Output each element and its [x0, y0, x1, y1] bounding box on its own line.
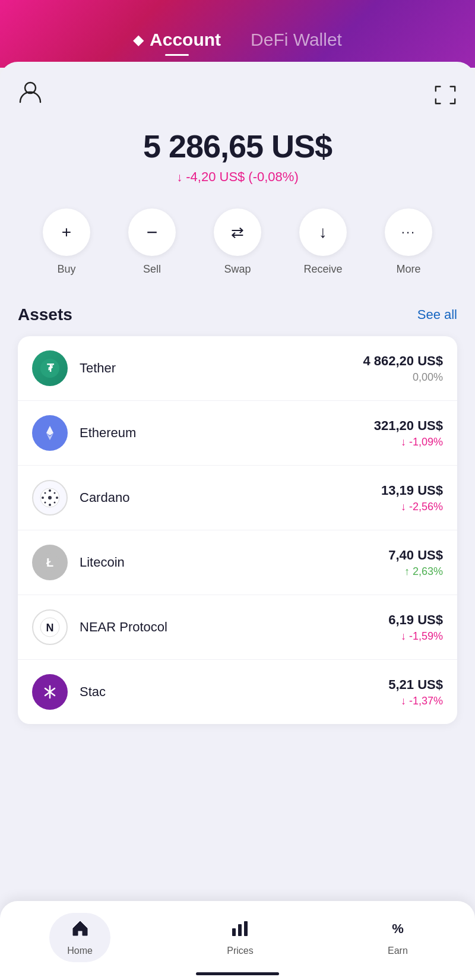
svg-point-14: [54, 502, 56, 504]
svg-rect-24: [232, 928, 236, 936]
action-buttons: + Buy − Sell ⇄ Swap ↓ Receive ··· M: [18, 208, 457, 276]
balance-change: ↓ -4,20 US$ (-0,08%): [18, 169, 457, 185]
earn-label: Earn: [388, 946, 408, 956]
swap-label: Swap: [224, 263, 251, 276]
asset-item-near[interactable]: Ν NEAR Protocol 6,19 US$ ↓ -1,59%: [18, 595, 457, 660]
litecoin-change: ↑ 2,63%: [388, 565, 443, 578]
receive-icon: ↓: [319, 223, 327, 242]
ethereum-icon: [32, 415, 68, 451]
nav-prices[interactable]: Prices: [209, 913, 271, 962]
more-label: More: [396, 263, 420, 276]
swap-button[interactable]: ⇄ Swap: [214, 208, 261, 276]
buy-label: Buy: [57, 263, 75, 276]
litecoin-value: 7,40 US$: [388, 548, 443, 563]
asset-item-ethereum[interactable]: Ethereum 321,20 US$ ↓ -1,09%: [18, 401, 457, 466]
assets-section: Assets See all ₮ Tether 4 862,20 US$ 0,0…: [18, 305, 457, 724]
asset-item-tether[interactable]: ₮ Tether 4 862,20 US$ 0,00%: [18, 336, 457, 401]
swap-icon: ⇄: [231, 223, 244, 242]
asset-item-litecoin[interactable]: Ł Litecoin 7,40 US$ ↑ 2,63%: [18, 530, 457, 595]
svg-point-11: [45, 492, 46, 494]
svg-text:%: %: [392, 921, 404, 936]
cardano-change-arrow: ↓: [401, 501, 409, 513]
nav-home[interactable]: Home: [49, 913, 110, 962]
svg-point-15: [48, 496, 52, 500]
stac-icon: [32, 674, 68, 710]
swap-icon-circle: ⇄: [214, 208, 261, 256]
more-button[interactable]: ··· More: [385, 208, 432, 276]
ethereum-value: 321,20 US$: [374, 418, 443, 434]
scan-icon[interactable]: [433, 83, 457, 107]
near-value: 6,19 US$: [388, 612, 443, 628]
asset-item-stac[interactable]: Stac 5,21 US$ ↓ -1,37%: [18, 660, 457, 724]
tether-icon: ₮: [32, 350, 68, 386]
tether-value: 4 862,20 US$: [363, 353, 443, 369]
svg-point-7: [49, 489, 51, 492]
cardano-icon: [32, 480, 68, 516]
sell-icon-circle: −: [128, 208, 176, 256]
account-tab-label: Account: [150, 30, 221, 50]
ethereum-value-section: 321,20 US$ ↓ -1,09%: [374, 418, 443, 448]
ethereum-change-arrow: ↓: [401, 436, 409, 448]
cardano-name: Cardano: [80, 490, 381, 505]
change-pct: (-0,08%): [248, 169, 298, 185]
near-value-section: 6,19 US$ ↓ -1,59%: [388, 612, 443, 643]
buy-button[interactable]: + Buy: [43, 208, 90, 276]
balance-amount: 5 286,65 US$: [18, 128, 457, 165]
buy-icon: +: [62, 223, 71, 242]
sell-label: Sell: [143, 263, 161, 276]
home-label: Home: [67, 946, 93, 956]
cardano-change: ↓ -2,56%: [381, 501, 443, 513]
svg-text:Ν: Ν: [46, 622, 54, 634]
litecoin-icon: Ł: [32, 545, 68, 580]
user-icon[interactable]: [18, 80, 43, 110]
ethereum-change: ↓ -1,09%: [374, 436, 443, 448]
prices-icon: [230, 919, 249, 942]
near-name: NEAR Protocol: [80, 619, 388, 635]
prices-label: Prices: [227, 946, 253, 956]
svg-text:Ł: Ł: [46, 556, 53, 569]
stac-value: 5,21 US$: [388, 677, 443, 693]
asset-item-cardano[interactable]: Cardano 13,19 US$ ↓ -2,56%: [18, 466, 457, 530]
balance-section: 5 286,65 US$ ↓ -4,20 US$ (-0,08%): [18, 128, 457, 185]
stac-name: Stac: [80, 684, 388, 700]
tether-change: 0,00%: [363, 371, 443, 384]
svg-point-8: [49, 504, 51, 506]
more-icon: ···: [401, 225, 416, 240]
svg-point-12: [54, 492, 56, 494]
cardano-value-section: 13,19 US$ ↓ -2,56%: [381, 483, 443, 513]
bottom-indicator: [196, 972, 279, 975]
cardano-value: 13,19 US$: [381, 483, 443, 498]
home-icon: [71, 919, 90, 942]
see-all-button[interactable]: See all: [417, 307, 457, 323]
litecoin-change-arrow: ↑: [404, 565, 413, 577]
svg-point-10: [56, 497, 58, 499]
change-value: -4,20 US$: [186, 169, 245, 185]
stac-change-arrow: ↓: [401, 695, 409, 707]
svg-rect-25: [238, 924, 242, 936]
sell-icon: −: [147, 222, 158, 244]
ethereum-name: Ethereum: [80, 425, 374, 441]
account-tab[interactable]: ◆ Account: [133, 30, 221, 50]
receive-icon-circle: ↓: [299, 208, 347, 256]
stac-value-section: 5,21 US$ ↓ -1,37%: [388, 677, 443, 707]
defi-tab[interactable]: DeFi Wallet: [251, 30, 342, 50]
main-content: 5 286,65 US$ ↓ -4,20 US$ (-0,08%) + Buy …: [0, 62, 475, 980]
defi-tab-label: DeFi Wallet: [251, 30, 342, 50]
bottom-nav: Home Prices % Earn: [0, 901, 475, 980]
earn-icon: %: [388, 919, 407, 942]
diamond-icon: ◆: [133, 31, 144, 48]
near-change: ↓ -1,59%: [388, 630, 443, 643]
svg-point-13: [45, 502, 46, 504]
change-arrow-icon: ↓: [176, 170, 182, 184]
receive-label: Receive: [303, 263, 342, 276]
more-icon-circle: ···: [385, 208, 432, 256]
tether-name: Tether: [80, 361, 363, 376]
litecoin-name: Litecoin: [80, 555, 388, 570]
sell-button[interactable]: − Sell: [128, 208, 176, 276]
tether-value-section: 4 862,20 US$ 0,00%: [363, 353, 443, 384]
near-icon: Ν: [32, 609, 68, 645]
nav-earn[interactable]: % Earn: [370, 913, 426, 962]
assets-header: Assets See all: [18, 305, 457, 324]
assets-title: Assets: [18, 305, 72, 324]
receive-button[interactable]: ↓ Receive: [299, 208, 347, 276]
